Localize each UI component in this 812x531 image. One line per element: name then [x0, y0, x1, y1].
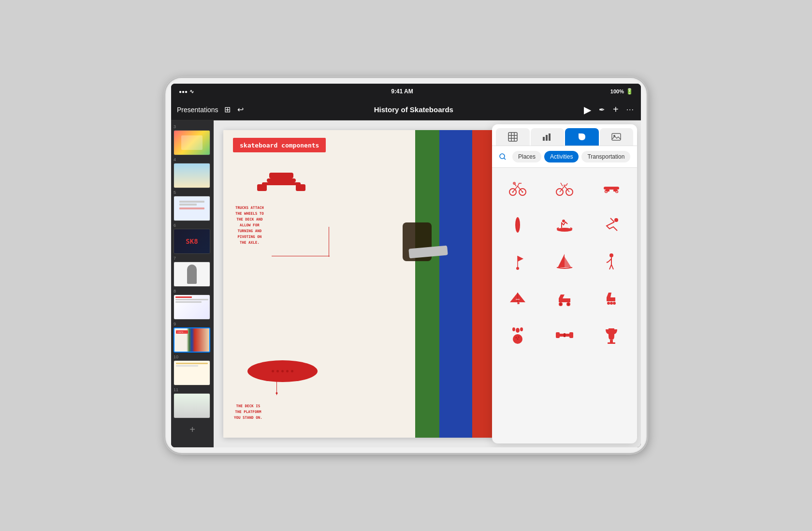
toolbar: Presentations ⊞ ↩ History of Skateboards…	[171, 99, 641, 120]
main-area: 3 4 5	[171, 120, 641, 447]
battery-label: 100%	[610, 88, 624, 94]
shape-rowing[interactable]	[545, 210, 584, 239]
list-item[interactable]: 3	[174, 124, 211, 155]
svg-point-45	[613, 302, 616, 305]
list-item[interactable]: 7	[174, 256, 211, 287]
slide-title: skateboard components	[240, 142, 319, 149]
shape-golf[interactable]	[498, 247, 537, 276]
shape-panel: Places Activities Transportation	[492, 124, 637, 443]
pen-button[interactable]: ✒	[598, 104, 606, 115]
tab-shape[interactable]	[565, 128, 599, 146]
status-right: 100% 🔋	[610, 88, 633, 95]
shape-hiking[interactable]	[592, 247, 631, 276]
svg-point-48	[520, 327, 523, 331]
ipad-frame: ●●● ∿ 9:41 AM 100% 🔋 Presentations ⊞ ↩ H…	[164, 77, 648, 454]
svg-rect-55	[569, 332, 573, 338]
tab-chart[interactable]	[531, 128, 565, 146]
svg-rect-1	[262, 182, 301, 185]
svg-rect-56	[564, 333, 566, 337]
toolbar-title: History of Skateboards	[248, 105, 579, 114]
search-button[interactable]	[496, 150, 509, 163]
svg-point-36	[609, 253, 613, 257]
svg-point-52	[517, 339, 518, 340]
status-bar: ●●● ∿ 9:41 AM 100% 🔋	[171, 84, 641, 99]
trucks-description: TRUCKS ATTACHTHE WHEELS TOTHE DECK ANDAL…	[235, 205, 264, 246]
slide-panel: 3 4 5	[171, 120, 214, 447]
svg-point-43	[607, 302, 610, 305]
shape-grid	[492, 168, 637, 443]
trucks-icon	[252, 169, 310, 200]
svg-rect-11	[546, 135, 548, 141]
add-button[interactable]: +	[612, 103, 620, 116]
shape-trophy[interactable]	[592, 321, 631, 350]
svg-point-31	[557, 228, 572, 232]
battery-icon: 🔋	[626, 88, 633, 95]
undo-button[interactable]: ↩	[236, 104, 245, 115]
status-left: ●●● ∿	[179, 88, 194, 95]
svg-rect-3	[257, 184, 267, 191]
shape-bowling[interactable]	[498, 321, 537, 350]
svg-point-51	[518, 337, 519, 338]
list-item[interactable]: 4	[174, 157, 211, 188]
list-item[interactable]: 5	[174, 190, 211, 221]
shape-swimming[interactable]	[592, 210, 631, 239]
tab-table[interactable]	[496, 128, 530, 146]
svg-point-33	[614, 218, 618, 222]
svg-rect-0	[267, 178, 296, 182]
svg-point-50	[515, 337, 517, 339]
shape-surfboard[interactable]	[498, 210, 537, 239]
svg-rect-58	[608, 342, 615, 344]
svg-rect-12	[549, 133, 551, 141]
svg-point-41	[560, 303, 562, 305]
more-button[interactable]: ···	[625, 104, 635, 115]
deck-description: THE DECK ISTHE PLATFORMYOU STAND ON.	[234, 403, 262, 421]
svg-point-38	[518, 302, 520, 304]
shape-hangglider[interactable]	[498, 284, 537, 313]
shape-categories: Places Activities Transportation	[492, 146, 637, 168]
list-item[interactable]: 8	[174, 289, 211, 320]
svg-point-44	[610, 302, 613, 305]
add-slide-button[interactable]: +	[186, 420, 199, 439]
toolbar-right: ▶ ✒ + ···	[583, 103, 635, 117]
presentations-button[interactable]: Presentations	[177, 106, 218, 114]
tab-media[interactable]	[600, 128, 634, 146]
svg-line-16	[504, 158, 506, 160]
list-item[interactable]: 6 SK8	[174, 223, 211, 254]
svg-point-47	[512, 327, 515, 331]
screen: ●●● ∿ 9:41 AM 100% 🔋 Presentations ⊞ ↩ H…	[171, 84, 641, 447]
svg-rect-24	[604, 187, 619, 190]
layout-button[interactable]: ⊞	[223, 104, 232, 115]
category-transportation[interactable]: Transportation	[581, 151, 630, 162]
deck-shape	[247, 360, 318, 382]
list-item[interactable]: 9 skate...	[174, 322, 211, 353]
category-activities[interactable]: Activities	[544, 151, 579, 162]
shape-rollerskate[interactable]	[545, 284, 584, 313]
svg-point-29	[515, 217, 520, 233]
svg-rect-4	[296, 184, 305, 191]
play-button[interactable]: ▶	[583, 103, 592, 117]
list-item[interactable]: 11	[174, 387, 211, 418]
svg-point-32	[562, 220, 565, 222]
slide-title-box: skateboard components	[233, 138, 326, 152]
signal-icon: ●●●	[179, 89, 188, 94]
svg-rect-2	[269, 173, 293, 178]
svg-point-46	[516, 328, 520, 333]
shape-skateboard[interactable]	[592, 174, 631, 203]
status-time: 9:41 AM	[391, 88, 413, 95]
shape-weights[interactable]	[545, 321, 584, 350]
shape-bicycle-2[interactable]	[545, 174, 584, 203]
shape-sailing[interactable]	[545, 247, 584, 276]
svg-point-42	[567, 303, 569, 305]
shape-rollerblade[interactable]	[592, 284, 631, 313]
wifi-icon: ∿	[189, 88, 194, 95]
svg-rect-5	[508, 133, 517, 141]
toolbar-left: Presentations ⊞ ↩	[177, 104, 245, 115]
canvas-area: skateboard components	[214, 120, 641, 447]
svg-rect-13	[612, 133, 621, 140]
svg-rect-57	[610, 340, 613, 342]
shape-bicycle[interactable]	[498, 174, 537, 203]
list-item[interactable]: 10	[174, 354, 211, 385]
category-places[interactable]: Places	[512, 151, 541, 162]
shape-panel-tabs	[492, 124, 637, 146]
svg-rect-10	[543, 137, 545, 141]
